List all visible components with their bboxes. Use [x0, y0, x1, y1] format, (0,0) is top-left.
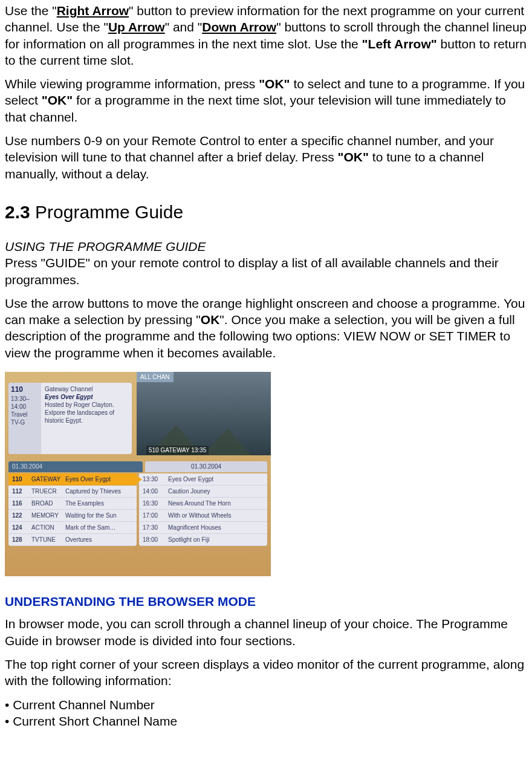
list-item: 116BROADThe Examples: [8, 498, 137, 510]
all-chan-badge: ALL CHAN: [137, 372, 174, 382]
date-bar: 01.30.2004 01.30.2004: [8, 461, 267, 472]
guide-lists: 110GATEWAYEyes Over Eygpt 112TRUECRCaptu…: [8, 473, 267, 546]
programme-title: Eyes Over Egypt: [45, 393, 128, 401]
programme-info-panel: 110 13:30– 14:00 Travel TV-G Gateway Cha…: [8, 383, 132, 454]
list-item: 128TVTUNEOvertures: [8, 534, 137, 546]
list-item: 124ACTIONMark of the Sam…: [8, 522, 137, 534]
channel-number: 110: [11, 385, 39, 395]
arrow-right-icon: [137, 476, 142, 483]
bullet-short-name: • Current Short Channel Name: [5, 713, 527, 729]
paragraph-top-right: The top right corner of your screen disp…: [5, 656, 527, 689]
down-arrow-label: Down Arrow: [202, 20, 276, 34]
list-item: 16:30News Around The Horn: [139, 498, 267, 510]
pyramid-icon: [203, 429, 251, 455]
list-item: 112TRUECRCaptured by Thieves: [8, 486, 137, 498]
list-item: 13:30Eyes Over Eygpt: [139, 473, 267, 486]
list-item: 18:00Spotlight on Fiji: [139, 534, 267, 546]
bullet-channel-number: • Current Channel Number: [5, 697, 527, 713]
list-item: 17:30Magnificent Houses: [139, 522, 267, 534]
paragraph-press-guide: Press "GUIDE" on your remote control to …: [5, 255, 527, 288]
time-list: 13:30Eyes Over Eygpt 14:00Caution Jouney…: [139, 473, 267, 546]
subheading-browser-mode: UNDERSTANDING THE BROWSER MODE: [5, 593, 527, 609]
up-arrow-label: Up Arrow: [108, 20, 165, 34]
channel-list: 110GATEWAYEyes Over Eygpt 112TRUECRCaptu…: [8, 473, 137, 546]
right-arrow-label: Right Arrow: [57, 4, 129, 18]
section-heading-programme-guide: 2.3 Programme Guide: [5, 200, 527, 224]
channel-name: Gateway Channel: [45, 385, 128, 393]
video-channel-label: 510 GATEWAY 13:35: [146, 446, 209, 455]
paragraph-browser-mode: In browser mode, you can scroll through …: [5, 616, 527, 649]
programme-guide-screenshot: ALL CHAN 510 GATEWAY 13:35 110 13:30– 14…: [5, 372, 271, 576]
paragraph-numbers: Use numbers 0-9 on your Remote Control t…: [5, 132, 527, 182]
list-item: 14:00Caution Jouney: [139, 486, 267, 498]
paragraph-ok-select: While viewing programme information, pre…: [5, 76, 527, 125]
list-item: 110GATEWAYEyes Over Eygpt: [8, 473, 137, 486]
list-item: 122MEMORYWaiting for the Sun: [8, 510, 137, 522]
left-arrow-label: "Left Arrow": [362, 37, 437, 51]
list-item: 17:00With or Without Wheels: [139, 510, 267, 522]
video-monitor: [137, 372, 271, 455]
paragraph-right-arrow: Use the "Right Arrow" button to preview …: [5, 2, 527, 68]
programme-description: Hosted by Roger Clayton. Exlpore the lan…: [45, 401, 128, 424]
paragraph-arrow-buttons: Use the arrow buttons to move the orange…: [5, 295, 527, 361]
subheading-using-guide: USING THE PROGRAMME GUIDE: [5, 238, 527, 255]
